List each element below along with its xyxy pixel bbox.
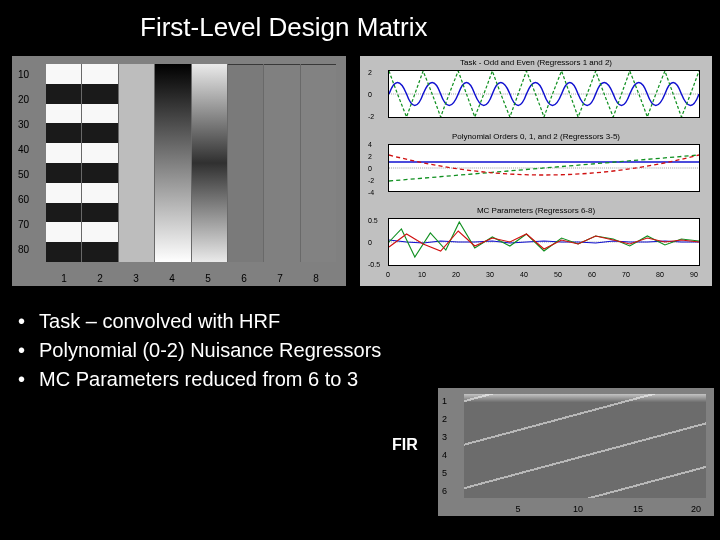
subplot-axes [388,144,700,192]
poly-lines [389,145,699,191]
dm-ytick: 50 [18,169,29,180]
fir-xtick: 5 [515,504,520,514]
fir-ytick: 1 [442,396,447,406]
subplot-poly: Polynomial Orders 0, 1, and 2 (Regressor… [366,134,706,204]
dm-xtick: 8 [313,273,319,284]
fir-ytick: 3 [442,432,447,442]
fir-xtick: 15 [633,504,643,514]
design-matrix-panel: 10 20 30 40 50 60 70 80 1 2 3 4 5 6 7 8 [12,56,346,286]
ytick: -2 [368,177,374,184]
subplot-axes [388,70,700,118]
dm-col-6 [228,64,264,262]
ytick: -4 [368,189,374,196]
subplot-task: Task - Odd and Even (Regressors 1 and 2)… [366,60,706,130]
fir-ytick: 6 [442,486,447,496]
fir-ytick: 5 [442,468,447,478]
xtick: 50 [554,271,562,278]
bullet-item: Task – convolved with HRF [18,310,381,333]
bullet-list: Task – convolved with HRF Polynomial (0-… [18,310,381,397]
ytick: 4 [368,141,372,148]
dm-ytick: 40 [18,144,29,155]
slide: First-Level Design Matrix 10 20 30 40 50… [0,0,720,540]
bullet-item: MC Parameters reduced from 6 to 3 [18,368,381,391]
fir-ytick: 4 [442,450,447,460]
ytick: 0 [368,239,372,246]
fir-ytick: 2 [442,414,447,424]
xtick: 20 [452,271,460,278]
dm-ytick: 70 [18,219,29,230]
ytick: 2 [368,153,372,160]
ytick: 0.5 [368,217,378,224]
subplot-title: Polynomial Orders 0, 1, and 2 (Regressor… [452,132,620,141]
regressor-plots-panel: Task - Odd and Even (Regressors 1 and 2)… [360,56,712,286]
dm-ytick: 60 [18,194,29,205]
fir-heatmap [464,394,706,498]
fir-xtick: 10 [573,504,583,514]
subplot-title: MC Parameters (Regressors 6-8) [477,206,595,215]
dm-col-8 [301,64,336,262]
dm-xtick: 4 [169,273,175,284]
dm-ytick: 20 [18,94,29,105]
fir-panel: 1 2 3 4 5 6 5 10 15 20 [438,388,714,516]
xtick: 30 [486,271,494,278]
subplot-axes [388,218,700,266]
subplot-title: Task - Odd and Even (Regressors 1 and 2) [460,58,612,67]
fir-image [464,394,706,498]
xtick: 40 [520,271,528,278]
xtick: 90 [690,271,698,278]
dm-xtick: 7 [277,273,283,284]
xtick: 10 [418,271,426,278]
dm-col-4 [155,64,191,262]
task-lines [389,71,699,117]
dm-xtick: 3 [133,273,139,284]
dm-col-7 [264,64,300,262]
dm-ytick: 30 [18,119,29,130]
fir-label: FIR [392,436,418,454]
ytick: 0 [368,165,372,172]
dm-ytick: 80 [18,244,29,255]
subplot-mc: MC Parameters (Regressors 6-8) -0.5 0 0.… [366,208,706,278]
xtick: 80 [656,271,664,278]
mc-lines [389,219,699,265]
xtick: 70 [622,271,630,278]
dm-xtick: 6 [241,273,247,284]
dm-xtick: 1 [61,273,67,284]
dm-col-1 [46,64,82,262]
ytick: 0 [368,91,372,98]
dm-col-3 [119,64,155,262]
bullet-item: Polynomial (0-2) Nuisance Regressors [18,339,381,362]
dm-ytick: 10 [18,69,29,80]
dm-xtick: 5 [205,273,211,284]
ytick: 2 [368,69,372,76]
dm-col-2 [82,64,118,262]
xtick: 0 [386,271,390,278]
dm-col-5 [192,64,228,262]
page-title: First-Level Design Matrix [140,12,428,43]
fir-xtick: 20 [691,504,701,514]
xtick: 60 [588,271,596,278]
design-matrix-image [46,64,336,262]
ytick: -0.5 [368,261,380,268]
dm-xtick: 2 [97,273,103,284]
ytick: -2 [368,113,374,120]
